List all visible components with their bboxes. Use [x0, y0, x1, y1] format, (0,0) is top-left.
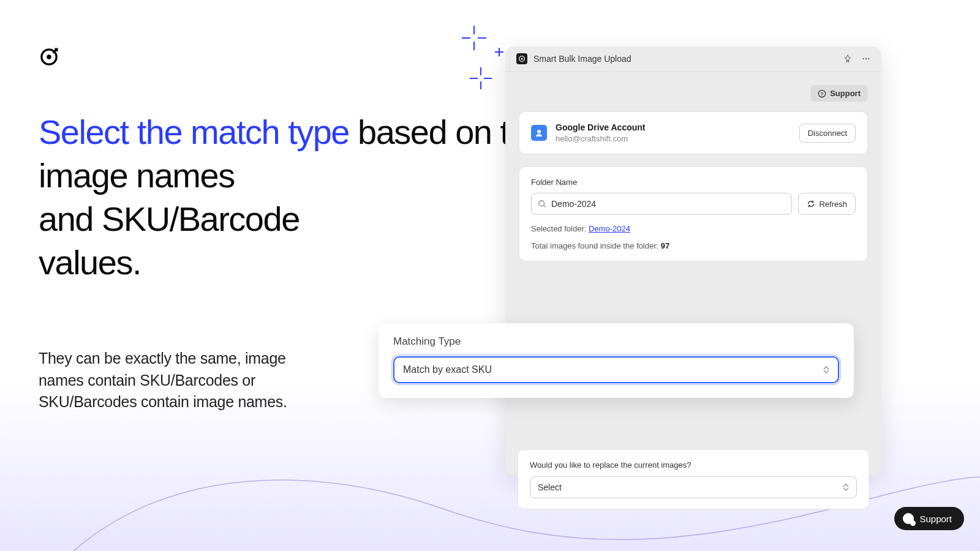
selected-folder-text: Selected folder: Demo-2024	[531, 224, 856, 233]
disconnect-button[interactable]: Disconnect	[799, 124, 856, 143]
app-header: Smart Bulk Image Upload	[505, 47, 881, 72]
replace-label: Would you like to replace the current im…	[530, 460, 857, 470]
select-arrows-icon	[843, 484, 849, 491]
pin-icon[interactable]	[843, 54, 852, 63]
matching-type-select[interactable]: Match by exact SKU	[393, 356, 839, 383]
app-title: Smart Bulk Image Upload	[533, 54, 631, 64]
page-headline: Select the match type based on the image…	[39, 110, 545, 284]
svg-point-17	[868, 58, 869, 59]
account-card: Google Drive Account hello@craftshift.co…	[519, 111, 868, 154]
matching-type-card: Matching Type Match by exact SKU	[379, 323, 854, 398]
folder-card: Folder Name Refresh Selected folder: Dem…	[519, 167, 868, 261]
support-button[interactable]: ? Support	[810, 85, 868, 102]
folder-input[interactable]	[551, 199, 785, 209]
brand-logo-icon	[40, 48, 58, 66]
svg-point-1	[47, 54, 51, 59]
chat-icon	[903, 513, 914, 524]
folder-name-label: Folder Name	[531, 178, 856, 187]
total-images-text: Total images found inside the folder: 97	[531, 241, 856, 250]
matching-type-label: Matching Type	[393, 335, 839, 348]
search-icon	[538, 200, 546, 208]
sparkle-decoration-icon	[495, 48, 503, 56]
sparkle-decoration-icon	[459, 23, 489, 53]
svg-point-14	[521, 58, 522, 59]
refresh-icon	[807, 200, 815, 208]
replace-select[interactable]: Select	[530, 476, 857, 498]
svg-text:?: ?	[821, 91, 824, 97]
support-floating-button[interactable]: Support	[894, 507, 964, 530]
app-logo-icon	[516, 53, 527, 64]
more-icon[interactable]	[862, 54, 870, 63]
help-icon: ?	[818, 89, 826, 98]
replace-card: Would you like to replace the current im…	[518, 449, 869, 509]
svg-line-22	[544, 206, 546, 208]
account-email: hello@craftshift.com	[556, 134, 791, 143]
select-arrows-icon	[823, 366, 829, 373]
refresh-button[interactable]: Refresh	[798, 193, 856, 215]
svg-point-15	[862, 58, 864, 59]
selected-folder-link[interactable]: Demo-2024	[589, 224, 630, 233]
sparkle-decoration-icon	[469, 66, 493, 91]
page-subtext: They can be exactly the same, image name…	[39, 348, 287, 413]
account-title: Google Drive Account	[556, 122, 791, 132]
svg-point-21	[539, 201, 545, 206]
drive-avatar-icon	[531, 125, 547, 141]
folder-input-wrap[interactable]	[531, 193, 792, 215]
svg-point-16	[865, 58, 867, 59]
app-window: Smart Bulk Image Upload ? Support Google…	[505, 47, 881, 475]
svg-point-20	[537, 130, 541, 133]
